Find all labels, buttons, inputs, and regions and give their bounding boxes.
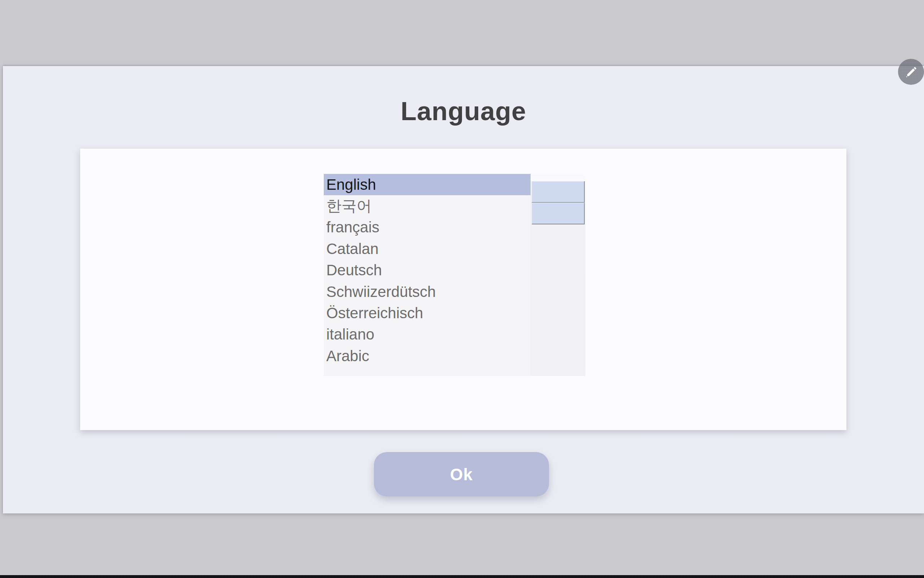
screen-bottom-bar [0,575,924,578]
screen: Language English한국어françaisCatalanDeutsc… [0,0,924,578]
scrollbar-track[interactable] [530,174,586,376]
language-list-rows: English한국어françaisCatalanDeutschSchwiize… [324,174,530,367]
scroll-up-button[interactable] [532,181,585,203]
edit-button[interactable] [898,59,924,85]
language-option[interactable]: 한국어 [324,195,530,216]
scrollbar-buttons [532,181,585,224]
language-list[interactable]: English한국어françaisCatalanDeutschSchwiize… [324,174,586,376]
language-option[interactable]: Arabic [324,345,530,367]
language-option[interactable]: Catalan [324,238,530,260]
content-panel: English한국어françaisCatalanDeutschSchwiize… [80,149,846,430]
page-title: Language [3,96,924,126]
language-option[interactable]: Österreichisch [324,302,530,324]
language-option[interactable]: français [324,217,530,238]
pencil-icon [904,65,917,78]
language-dialog: Language English한국어françaisCatalanDeutsc… [3,66,924,513]
ok-button[interactable]: Ok [374,452,549,497]
language-option[interactable]: English [324,174,530,195]
language-option[interactable]: italiano [324,324,530,345]
language-option[interactable]: Schwiizerdütsch [324,281,530,302]
scroll-down-button[interactable] [532,203,585,224]
language-option[interactable]: Deutsch [324,260,530,281]
